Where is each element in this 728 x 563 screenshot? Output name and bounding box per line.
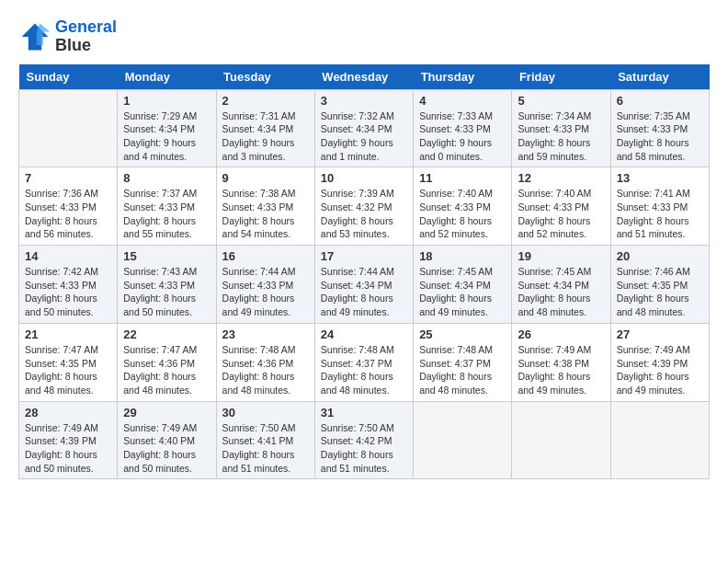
logo-icon bbox=[18, 20, 51, 53]
calendar-cell: 10Sunrise: 7:39 AM Sunset: 4:32 PM Dayli… bbox=[314, 167, 413, 246]
calendar-header-row: SundayMondayTuesdayWednesdayThursdayFrid… bbox=[19, 64, 710, 90]
day-info: Sunrise: 7:49 AM Sunset: 4:39 PM Dayligh… bbox=[25, 421, 111, 476]
calendar-cell bbox=[512, 401, 610, 479]
weekday-header: Saturday bbox=[610, 64, 709, 90]
day-number: 21 bbox=[25, 327, 111, 341]
day-info: Sunrise: 7:42 AM Sunset: 4:33 PM Dayligh… bbox=[25, 265, 111, 319]
calendar-cell: 3Sunrise: 7:32 AM Sunset: 4:34 PM Daylig… bbox=[314, 89, 413, 167]
day-info: Sunrise: 7:43 AM Sunset: 4:33 PM Dayligh… bbox=[123, 265, 210, 319]
day-info: Sunrise: 7:32 AM Sunset: 4:34 PM Dayligh… bbox=[321, 109, 407, 164]
calendar-cell: 7Sunrise: 7:36 AM Sunset: 4:33 PM Daylig… bbox=[19, 167, 118, 246]
day-number: 18 bbox=[419, 249, 506, 263]
page-header: General Blue bbox=[18, 18, 710, 55]
day-info: Sunrise: 7:40 AM Sunset: 4:33 PM Dayligh… bbox=[419, 187, 506, 241]
day-number: 23 bbox=[222, 327, 309, 341]
calendar-cell: 31Sunrise: 7:50 AM Sunset: 4:42 PM Dayli… bbox=[314, 401, 413, 479]
calendar-cell: 8Sunrise: 7:37 AM Sunset: 4:33 PM Daylig… bbox=[118, 167, 216, 246]
day-info: Sunrise: 7:46 AM Sunset: 4:35 PM Dayligh… bbox=[617, 265, 703, 319]
day-info: Sunrise: 7:47 AM Sunset: 4:35 PM Dayligh… bbox=[25, 343, 111, 397]
day-info: Sunrise: 7:48 AM Sunset: 4:37 PM Dayligh… bbox=[321, 343, 407, 397]
day-info: Sunrise: 7:44 AM Sunset: 4:34 PM Dayligh… bbox=[321, 265, 407, 319]
calendar-cell: 9Sunrise: 7:38 AM Sunset: 4:33 PM Daylig… bbox=[216, 167, 314, 246]
calendar-cell: 5Sunrise: 7:34 AM Sunset: 4:33 PM Daylig… bbox=[512, 89, 610, 167]
day-info: Sunrise: 7:48 AM Sunset: 4:37 PM Dayligh… bbox=[419, 343, 506, 397]
calendar-week-row: 28Sunrise: 7:49 AM Sunset: 4:39 PM Dayli… bbox=[19, 401, 710, 479]
calendar-cell: 15Sunrise: 7:43 AM Sunset: 4:33 PM Dayli… bbox=[118, 246, 216, 324]
day-info: Sunrise: 7:47 AM Sunset: 4:36 PM Dayligh… bbox=[123, 343, 210, 397]
calendar-week-row: 21Sunrise: 7:47 AM Sunset: 4:35 PM Dayli… bbox=[19, 323, 710, 401]
day-number: 29 bbox=[123, 406, 210, 419]
day-number: 24 bbox=[321, 327, 407, 341]
calendar-cell: 14Sunrise: 7:42 AM Sunset: 4:33 PM Dayli… bbox=[19, 246, 118, 324]
calendar-cell: 4Sunrise: 7:33 AM Sunset: 4:33 PM Daylig… bbox=[414, 89, 512, 167]
day-info: Sunrise: 7:33 AM Sunset: 4:33 PM Dayligh… bbox=[419, 109, 506, 164]
calendar-cell: 6Sunrise: 7:35 AM Sunset: 4:33 PM Daylig… bbox=[610, 89, 709, 167]
day-number: 10 bbox=[321, 171, 407, 185]
logo-text: General Blue bbox=[55, 18, 117, 55]
day-number: 19 bbox=[518, 249, 604, 263]
day-info: Sunrise: 7:50 AM Sunset: 4:41 PM Dayligh… bbox=[222, 421, 309, 476]
day-number: 15 bbox=[123, 249, 210, 263]
day-info: Sunrise: 7:34 AM Sunset: 4:33 PM Dayligh… bbox=[518, 109, 604, 164]
day-info: Sunrise: 7:36 AM Sunset: 4:33 PM Dayligh… bbox=[25, 187, 111, 241]
calendar-cell: 2Sunrise: 7:31 AM Sunset: 4:34 PM Daylig… bbox=[216, 89, 314, 167]
calendar-cell: 16Sunrise: 7:44 AM Sunset: 4:33 PM Dayli… bbox=[216, 246, 314, 324]
calendar-cell: 30Sunrise: 7:50 AM Sunset: 4:41 PM Dayli… bbox=[216, 401, 314, 479]
day-number: 9 bbox=[222, 171, 309, 185]
day-info: Sunrise: 7:37 AM Sunset: 4:33 PM Dayligh… bbox=[123, 187, 210, 241]
day-number: 2 bbox=[222, 94, 309, 108]
day-info: Sunrise: 7:35 AM Sunset: 4:33 PM Dayligh… bbox=[617, 109, 703, 164]
day-number: 26 bbox=[518, 327, 604, 341]
calendar-cell: 1Sunrise: 7:29 AM Sunset: 4:34 PM Daylig… bbox=[118, 89, 216, 167]
day-number: 7 bbox=[25, 171, 111, 185]
day-number: 30 bbox=[222, 406, 309, 419]
day-number: 31 bbox=[321, 406, 407, 419]
day-info: Sunrise: 7:50 AM Sunset: 4:42 PM Dayligh… bbox=[321, 421, 407, 476]
calendar-table: SundayMondayTuesdayWednesdayThursdayFrid… bbox=[18, 64, 710, 480]
calendar-cell: 27Sunrise: 7:49 AM Sunset: 4:39 PM Dayli… bbox=[610, 323, 709, 401]
calendar-cell: 24Sunrise: 7:48 AM Sunset: 4:37 PM Dayli… bbox=[314, 323, 413, 401]
day-number: 8 bbox=[123, 171, 210, 185]
weekday-header: Wednesday bbox=[314, 64, 413, 90]
calendar-cell: 26Sunrise: 7:49 AM Sunset: 4:38 PM Dayli… bbox=[512, 323, 610, 401]
calendar-cell: 22Sunrise: 7:47 AM Sunset: 4:36 PM Dayli… bbox=[118, 323, 216, 401]
calendar-cell: 19Sunrise: 7:45 AM Sunset: 4:34 PM Dayli… bbox=[512, 246, 610, 324]
day-info: Sunrise: 7:49 AM Sunset: 4:38 PM Dayligh… bbox=[518, 343, 604, 397]
day-number: 13 bbox=[617, 171, 703, 185]
day-number: 20 bbox=[617, 249, 703, 263]
calendar-cell: 17Sunrise: 7:44 AM Sunset: 4:34 PM Dayli… bbox=[314, 246, 413, 324]
calendar-cell: 20Sunrise: 7:46 AM Sunset: 4:35 PM Dayli… bbox=[610, 246, 709, 324]
calendar-cell: 18Sunrise: 7:45 AM Sunset: 4:34 PM Dayli… bbox=[414, 246, 512, 324]
calendar-cell: 23Sunrise: 7:48 AM Sunset: 4:36 PM Dayli… bbox=[216, 323, 314, 401]
calendar-week-row: 14Sunrise: 7:42 AM Sunset: 4:33 PM Dayli… bbox=[19, 246, 710, 324]
day-info: Sunrise: 7:39 AM Sunset: 4:32 PM Dayligh… bbox=[321, 187, 407, 241]
day-number: 28 bbox=[25, 406, 111, 419]
day-number: 6 bbox=[617, 94, 703, 108]
weekday-header: Sunday bbox=[19, 64, 118, 90]
day-number: 12 bbox=[518, 171, 604, 185]
day-info: Sunrise: 7:45 AM Sunset: 4:34 PM Dayligh… bbox=[518, 265, 604, 319]
calendar-cell bbox=[414, 401, 512, 479]
day-info: Sunrise: 7:45 AM Sunset: 4:34 PM Dayligh… bbox=[419, 265, 506, 319]
day-number: 16 bbox=[222, 249, 309, 263]
weekday-header: Tuesday bbox=[216, 64, 314, 90]
day-number: 27 bbox=[617, 327, 703, 341]
day-info: Sunrise: 7:49 AM Sunset: 4:39 PM Dayligh… bbox=[617, 343, 703, 397]
day-info: Sunrise: 7:41 AM Sunset: 4:33 PM Dayligh… bbox=[617, 187, 703, 241]
day-number: 1 bbox=[123, 94, 210, 108]
day-number: 22 bbox=[123, 327, 210, 341]
calendar-cell bbox=[610, 401, 709, 479]
calendar-cell: 21Sunrise: 7:47 AM Sunset: 4:35 PM Dayli… bbox=[19, 323, 118, 401]
day-info: Sunrise: 7:48 AM Sunset: 4:36 PM Dayligh… bbox=[222, 343, 309, 397]
day-number: 14 bbox=[25, 249, 111, 263]
calendar-cell: 12Sunrise: 7:40 AM Sunset: 4:33 PM Dayli… bbox=[512, 167, 610, 246]
calendar-cell: 25Sunrise: 7:48 AM Sunset: 4:37 PM Dayli… bbox=[414, 323, 512, 401]
weekday-header: Thursday bbox=[414, 64, 512, 90]
logo: General Blue bbox=[18, 18, 117, 55]
weekday-header: Monday bbox=[118, 64, 216, 90]
calendar-cell: 11Sunrise: 7:40 AM Sunset: 4:33 PM Dayli… bbox=[414, 167, 512, 246]
calendar-week-row: 7Sunrise: 7:36 AM Sunset: 4:33 PM Daylig… bbox=[19, 167, 710, 246]
day-number: 3 bbox=[321, 94, 407, 108]
calendar-cell: 13Sunrise: 7:41 AM Sunset: 4:33 PM Dayli… bbox=[610, 167, 709, 246]
day-number: 5 bbox=[518, 94, 604, 108]
